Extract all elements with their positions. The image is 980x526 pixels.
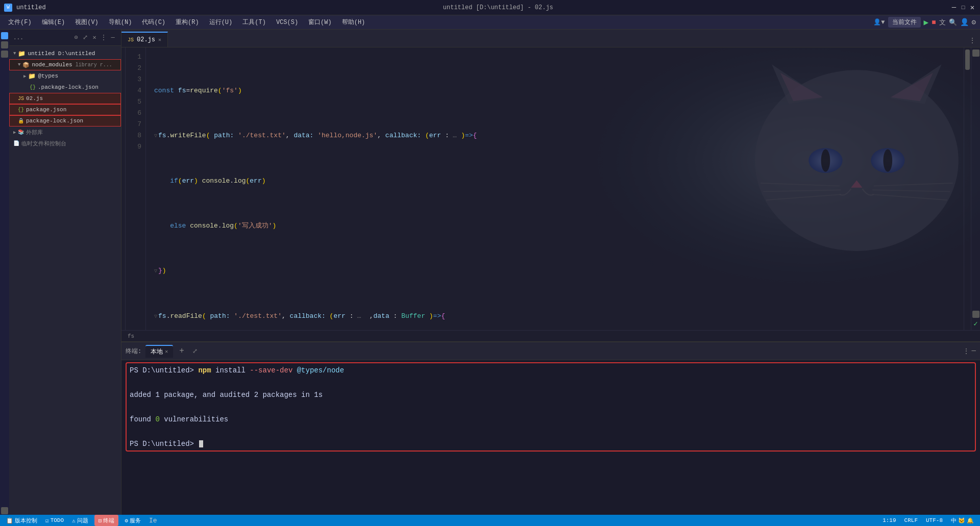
- terminal-add-button[interactable]: +: [177, 346, 186, 356]
- ie-text: Ie: [149, 517, 157, 524]
- terminal-content[interactable]: PS D:\untitled> npm install --save-dev @…: [121, 360, 980, 515]
- menu-window[interactable]: 窗口(W): [304, 17, 336, 28]
- tree-item-package-lock-inner[interactable]: {} .package-lock.json: [9, 82, 121, 93]
- right-panel-icon-1[interactable]: [972, 49, 979, 57]
- terminal-icon: ⊡: [99, 517, 102, 524]
- sidebar-tool-3[interactable]: ✕: [90, 34, 99, 42]
- tree-item-types[interactable]: ▶ 📁 @types: [9, 70, 121, 82]
- editor-more-icon[interactable]: ⋮: [969, 36, 976, 45]
- code-line-5: ▽}): [154, 265, 955, 277]
- menu-help[interactable]: 帮助(H): [338, 17, 370, 28]
- maximize-button[interactable]: □: [960, 4, 967, 11]
- activity-icon-4[interactable]: [1, 507, 8, 514]
- tree-item-package-lock-json[interactable]: 🔒 package-lock.json: [9, 115, 121, 127]
- menu-edit[interactable]: 编辑(E): [38, 17, 69, 28]
- search-icon[interactable]: 🔍: [949, 18, 957, 27]
- tab-close-icon[interactable]: ✕: [158, 37, 161, 43]
- sidebar-toolbar: ⊙ ⤢ ✕ ⋮ ─: [72, 34, 117, 42]
- current-file-button[interactable]: 当前文件: [888, 17, 921, 28]
- right-panel-icon-2[interactable]: [972, 311, 979, 318]
- terminal-output-1: added 1 package, and audited 2 packages …: [130, 389, 972, 401]
- status-line-ending[interactable]: CRLF: [902, 515, 920, 526]
- close-button[interactable]: ✕: [969, 4, 976, 11]
- menu-run[interactable]: 运行(U): [205, 17, 237, 28]
- status-bar-left: 📋 版本控制 ☑ TODO ⚠ 问题 ⊡ 终端 ⚙ 服务 Ie: [4, 515, 876, 526]
- editor-scrollbar[interactable]: [964, 47, 971, 330]
- status-terminal[interactable]: ⊡ 终端: [94, 515, 119, 526]
- folder-icon: 📁: [18, 50, 26, 58]
- chevron-right-icon-types: ▶: [23, 73, 26, 79]
- status-todo[interactable]: ☑ TODO: [43, 515, 66, 526]
- status-position[interactable]: 1:19: [880, 515, 898, 526]
- activity-icon-1[interactable]: [1, 32, 8, 39]
- checkmark-icon[interactable]: ✓: [973, 319, 977, 328]
- tree-item-root[interactable]: ▼ 📁 untitled D:\untitled: [9, 48, 121, 59]
- chevron-down-icon: ▼: [13, 51, 16, 56]
- file-icon-package-json: {}: [18, 107, 24, 113]
- line-num-3: 3: [126, 74, 141, 85]
- sidebar-tool-1[interactable]: ⊙: [72, 34, 80, 42]
- status-icons-right[interactable]: 中 🐱 🔔: [949, 515, 976, 526]
- tree-label-package-lock-inner: .package-lock.json: [38, 84, 99, 90]
- terminal-tab-close-icon[interactable]: ✕: [165, 348, 168, 355]
- user-button[interactable]: 👤▼: [873, 18, 885, 26]
- tree-item-external[interactable]: ▶ 📚 外部库: [9, 127, 121, 138]
- line-num-8: 8: [126, 130, 141, 141]
- activity-bar: [0, 30, 9, 515]
- sidebar-tool-4[interactable]: ⋮: [100, 34, 108, 42]
- terminal-cursor: [199, 440, 203, 447]
- terminal-package-name: @types/node: [297, 366, 344, 374]
- terminal-more-icon[interactable]: ⋮: [963, 347, 970, 356]
- tree-item-temp[interactable]: 📄 临时文件和控制台: [9, 138, 121, 149]
- menu-file[interactable]: 文件(F): [4, 17, 36, 28]
- vcs-icon: 📋: [6, 517, 13, 524]
- app-name: untitled: [16, 4, 46, 11]
- tree-label-02js: 02.js: [26, 95, 43, 102]
- settings-icon-top[interactable]: ⚙: [972, 18, 976, 27]
- tree-item-02js[interactable]: JS 02.js: [9, 93, 121, 104]
- status-problems[interactable]: ⚠ 问题: [70, 515, 90, 526]
- menu-refactor[interactable]: 重构(R): [172, 17, 203, 28]
- terminal-expand-button[interactable]: ⤢: [190, 347, 200, 355]
- status-services[interactable]: ⚙ 服务: [122, 515, 143, 526]
- terminal-minimize-icon[interactable]: ─: [972, 347, 976, 356]
- menu-navigate[interactable]: 导航(N): [105, 17, 136, 28]
- terminal-area: 终端: 本地 ✕ + ⤢ ⋮ ─ PS D:\untitled>: [121, 341, 980, 515]
- terminal-found-text: found: [130, 415, 155, 423]
- code-line-6: ▽fs.readFile( path: './test.txt', callba…: [154, 311, 955, 322]
- main-layout: ... ⊙ ⤢ ✕ ⋮ ─ ▼ 📁 untitled D:\untitled ▼…: [0, 30, 980, 515]
- tree-item-node-modules[interactable]: ▼ 📦 node_modules library r...: [9, 59, 121, 70]
- line-num-5: 5: [126, 96, 141, 108]
- code-editor: 1 2 3 4 5 6 7 8 9 const fs=require('fs')…: [121, 47, 980, 330]
- tab-icon-js: JS: [128, 37, 134, 43]
- menu-vcs[interactable]: VCS(S): [272, 18, 302, 27]
- user-profile-icon[interactable]: 👤: [960, 18, 969, 27]
- tree-item-package-json[interactable]: {} package.json: [9, 104, 121, 115]
- scrollbar-thumb[interactable]: [965, 49, 970, 70]
- menu-view[interactable]: 视图(V): [71, 17, 103, 28]
- status-icon-2: 🐱: [958, 517, 965, 524]
- sidebar-tool-2[interactable]: ⤢: [81, 34, 89, 42]
- code-content[interactable]: const fs=require('fs') ▽fs.writeFile( pa…: [146, 47, 964, 330]
- chevron-down-icon-node: ▼: [18, 62, 20, 67]
- tree-label-root: untitled D:\untitled: [28, 51, 95, 57]
- menu-tools[interactable]: 工具(T): [238, 17, 270, 28]
- terminal-tab-local[interactable]: 本地 ✕: [145, 345, 173, 358]
- stop-button[interactable]: ■: [932, 18, 936, 27]
- terminal-prompt-1: PS D:\untitled>: [130, 366, 194, 374]
- terminal-vuln-text: vulnerabilities: [164, 415, 228, 423]
- file-icon-lock-json: 🔒: [18, 118, 24, 124]
- menu-code[interactable]: 代码(C): [138, 17, 169, 28]
- editor-tab-02js[interactable]: JS 02.js ✕: [121, 32, 168, 47]
- status-todo-label: TODO: [51, 517, 64, 523]
- sidebar-tool-5[interactable]: ─: [109, 34, 117, 42]
- minimize-button[interactable]: ─: [950, 4, 958, 11]
- line-ending-label: CRLF: [904, 517, 918, 523]
- activity-icon-2[interactable]: [1, 41, 8, 48]
- status-vcs[interactable]: 📋 版本控制: [4, 515, 39, 526]
- encoding-label: UTF-8: [926, 517, 943, 523]
- file-tree: ▼ 📁 untitled D:\untitled ▼ 📦 node_module…: [9, 46, 121, 515]
- activity-icon-3[interactable]: [1, 51, 8, 58]
- status-encoding[interactable]: UTF-8: [924, 515, 945, 526]
- run-button[interactable]: ▶: [924, 17, 929, 28]
